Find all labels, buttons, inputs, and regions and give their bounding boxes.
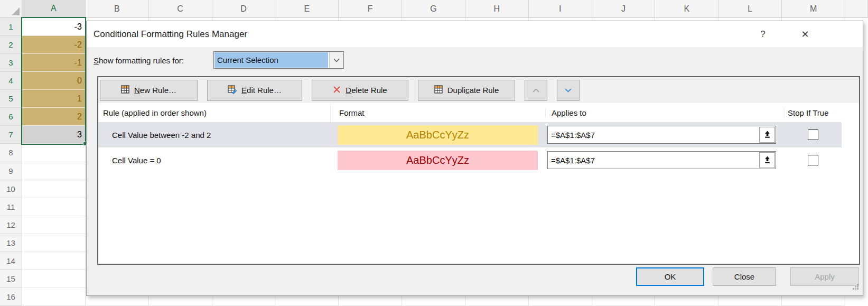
row-header-8[interactable]: 8 [0,144,22,162]
column-header-A[interactable]: A [22,0,86,18]
cell-A11[interactable] [22,198,86,216]
stop-if-true-checkbox[interactable] [808,155,818,165]
column-header-F[interactable]: F [339,0,402,18]
cf-rules-manager-dialog: Conditional Formatting Rules Manager ? ✕… [86,21,863,296]
row-header-11[interactable]: 11 [0,198,22,216]
row-header-5[interactable]: 5 [0,90,22,108]
rules-toolbar: New Rule… Edit Rule… Delete Rule Duplica… [98,77,859,103]
chevron-down-icon[interactable] [329,52,343,68]
row-header-13[interactable]: 13 [0,234,22,252]
format-preview: AaBbCcYyZz [338,125,538,145]
select-all-triangle-icon [12,7,20,15]
cell-A15[interactable] [22,270,86,288]
row-header-10[interactable]: 10 [0,180,22,198]
rules-scope-value: Current Selection [214,52,328,68]
column-header-C[interactable]: C [149,0,212,18]
dialog-title: Conditional Formatting Rules Manager [94,29,247,40]
apply-button[interactable]: Apply [790,267,859,286]
column-header-D[interactable]: D [212,0,276,18]
table-icon [434,85,443,95]
select-all-corner[interactable] [0,0,22,18]
row-header-4[interactable]: 4 [0,72,22,90]
column-header-J[interactable]: J [592,0,656,18]
rule-description: Cell Value between -2 and 2 [98,131,331,140]
column-header-extra [845,0,868,18]
cell-A3[interactable]: -1 [22,54,86,72]
applies-to-input[interactable]: =$A$1:$A$7 [547,151,776,169]
chevron-down-icon [564,86,572,95]
rule-description: Cell Value = 0 [98,156,331,165]
row-header-1[interactable]: 1 [0,18,22,36]
rule-row[interactable]: Cell Value between -2 and 2AaBbCcYyZz=$A… [98,122,842,147]
collapse-dialog-icon [763,155,771,165]
format-column-header: Format [331,108,545,117]
delete-x-icon [333,86,341,95]
column-header-E[interactable]: E [275,0,339,18]
cell-A9[interactable] [22,162,86,180]
cell-A4[interactable]: 0 [22,72,86,90]
row-header-12[interactable]: 12 [0,216,22,234]
delete-rule-button[interactable]: Delete Rule [312,80,408,101]
table-edit-icon [228,85,237,96]
cell-A10[interactable] [22,180,86,198]
move-rule-down-button[interactable] [557,80,580,101]
range-picker-button[interactable] [759,152,775,168]
column-header-H[interactable]: H [465,0,529,18]
ok-button[interactable]: OK [636,267,704,286]
applies-to-value: =$A$1:$A$7 [548,156,759,165]
row-header-9[interactable]: 9 [0,162,22,180]
table-icon [121,85,129,95]
cell-A14[interactable] [22,252,86,270]
duplicate-rule-button[interactable]: Duplicate Rule [418,80,515,101]
column-header-K[interactable]: K [656,0,719,18]
applies-to-value: =$A$1:$A$7 [548,131,759,140]
close-icon[interactable]: ✕ [797,26,814,43]
row-header-15[interactable]: 15 [0,270,22,288]
move-rule-up-button[interactable] [525,80,547,101]
cell-A7[interactable]: 3 [22,126,86,144]
help-button[interactable]: ? [754,26,771,43]
cell-A13[interactable] [22,234,86,252]
rules-list-box: New Rule… Edit Rule… Delete Rule Duplica… [97,76,860,265]
cell-A6[interactable]: 2 [22,108,86,126]
new-rule-button[interactable]: New Rule… [100,80,198,101]
edit-rule-button[interactable]: Edit Rule… [207,80,302,101]
column-header-B[interactable]: B [86,0,149,18]
row-header-3[interactable]: 3 [0,54,22,72]
column-header-M[interactable]: M [782,0,845,18]
chevron-up-icon [532,86,540,95]
cell-A1[interactable]: -3 [22,18,86,36]
row-header-16[interactable]: 16 [0,288,22,306]
show-rules-for-label: Show formatting rules for: [94,56,184,65]
column-header-G[interactable]: G [402,0,465,18]
cell-A12[interactable] [22,216,86,234]
cell-A8[interactable] [22,144,86,162]
stop-if-true-checkbox[interactable] [808,129,818,140]
rules-column-headers: Rule (applied in order shown) Format App… [98,103,859,122]
rules-rows: Cell Value between -2 and 2AaBbCcYyZz=$A… [98,122,859,173]
cell-A2[interactable]: -2 [22,36,86,54]
excel-window: -3-2-10123ABCDEFGHIJKLM12345678910111213… [0,0,868,306]
cell-A16[interactable] [22,288,86,306]
rules-scope-select[interactable]: Current Selection [213,51,344,69]
applies-to-input[interactable]: =$A$1:$A$7 [547,126,776,144]
rule-column-header: Rule (applied in order shown) [98,103,331,122]
column-header-I[interactable]: I [529,0,592,18]
rule-row[interactable]: Cell Value = 0AaBbCcYyZz=$A$1:$A$7 [98,147,842,173]
column-header-L[interactable]: L [718,0,782,18]
range-picker-button[interactable] [759,127,775,143]
collapse-dialog-icon [763,130,771,140]
stop-if-true-column-header: Stop If True [784,108,859,117]
row-header-2[interactable]: 2 [0,36,22,54]
row-header-7[interactable]: 7 [0,126,22,144]
format-preview: AaBbCcYyZz [338,151,538,170]
close-button[interactable]: Close [713,267,776,286]
row-header-6[interactable]: 6 [0,108,22,126]
resize-grip[interactable] [852,283,859,292]
row-header-14[interactable]: 14 [0,252,22,270]
applies-to-column-header: Applies to [545,108,784,117]
dialog-titlebar[interactable]: Conditional Formatting Rules Manager [87,21,863,47]
cell-A5[interactable]: 1 [22,90,86,108]
